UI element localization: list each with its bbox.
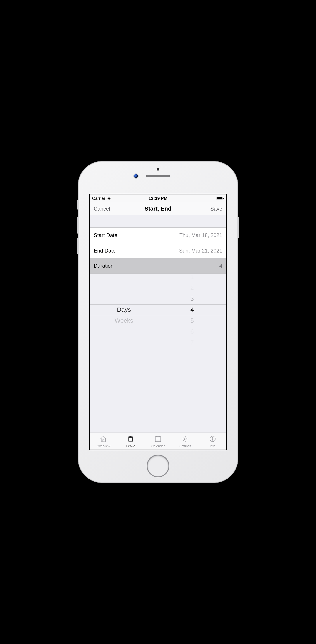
svg-rect-17 (156, 439, 157, 439)
date-list: Start Date Thu, Mar 18, 2021 End Date Su… (90, 228, 226, 258)
tab-info[interactable]: Info (199, 433, 226, 450)
picker-number-option[interactable]: 6 (158, 326, 226, 337)
front-camera (134, 174, 138, 178)
picker-number-option[interactable]: 4 (158, 304, 226, 315)
tab-label: Info (210, 444, 215, 448)
info-icon (208, 435, 217, 444)
svg-rect-3 (103, 440, 104, 442)
svg-point-27 (212, 437, 213, 438)
side-button (238, 217, 239, 238)
duration-label: Duration (94, 263, 114, 269)
page-title: Start, End (90, 205, 226, 212)
tab-leave[interactable]: Leave (117, 433, 144, 450)
side-button (77, 200, 78, 210)
tab-settings[interactable]: Settings (172, 433, 199, 450)
svg-rect-20 (159, 439, 160, 439)
svg-rect-23 (158, 440, 159, 440)
start-date-value: Thu, Mar 18, 2021 (180, 232, 222, 238)
svg-rect-19 (158, 439, 159, 439)
end-date-row[interactable]: End Date Sun, Mar 21, 2021 (94, 243, 226, 258)
nav-header: Cancel Start, End Save (90, 202, 226, 216)
picker-number-column[interactable]: 1234567 (158, 274, 226, 346)
picker-number-option[interactable]: 3 (158, 294, 226, 304)
svg-rect-24 (159, 440, 160, 440)
svg-rect-21 (156, 440, 157, 440)
duration-value: 4 (220, 263, 222, 269)
picker-number-option[interactable]: 1 (158, 274, 226, 282)
side-button (77, 238, 78, 254)
tab-overview[interactable]: Overview (90, 433, 117, 450)
device-frame: Carrier 12:39 PM Cancel Start, End Save … (78, 162, 238, 482)
status-bar: Carrier 12:39 PM (90, 194, 226, 202)
side-button (77, 217, 78, 234)
tab-bar: Overview Leave Calendar Settings (90, 432, 226, 450)
wifi-icon (107, 196, 112, 200)
picker-unit-column[interactable]: Days Weeks (90, 274, 158, 346)
tab-label: Leave (126, 444, 135, 448)
duration-row[interactable]: Duration 4 (90, 258, 226, 274)
picker-number-option[interactable]: 2 (158, 282, 226, 294)
svg-point-25 (184, 438, 186, 440)
start-date-row[interactable]: Start Date Thu, Mar 18, 2021 (90, 228, 226, 243)
picker-number-option[interactable]: 7 (158, 337, 226, 346)
earpiece-speaker (146, 175, 170, 177)
proximity-sensor (157, 168, 159, 170)
svg-rect-1 (217, 197, 222, 200)
tab-calendar[interactable]: Calendar (144, 433, 172, 450)
gear-icon (181, 435, 190, 444)
battery-icon (216, 196, 224, 200)
home-icon (99, 435, 108, 444)
svg-rect-18 (157, 439, 158, 439)
duration-picker[interactable]: Days Weeks 1234567 (90, 274, 226, 346)
home-button[interactable] (148, 456, 168, 476)
cancel-button[interactable]: Cancel (94, 206, 110, 212)
svg-rect-4 (128, 436, 133, 442)
carrier-label: Carrier (92, 196, 105, 201)
svg-rect-2 (223, 198, 224, 199)
picker-number-option[interactable]: 5 (158, 315, 226, 326)
notepad-icon (126, 435, 135, 444)
picker-unit-option[interactable]: Days (90, 304, 158, 315)
calendar-icon (154, 435, 162, 444)
duration-list: Duration 4 (90, 258, 226, 274)
picker-unit-option[interactable]: Weeks (90, 315, 158, 326)
start-date-label: Start Date (94, 232, 117, 238)
screen: Carrier 12:39 PM Cancel Start, End Save … (89, 194, 227, 450)
tab-label: Settings (180, 444, 191, 448)
save-button[interactable]: Save (210, 206, 222, 212)
end-date-value: Sun, Mar 21, 2021 (179, 248, 222, 254)
end-date-label: End Date (94, 248, 116, 254)
tab-label: Overview (96, 444, 110, 448)
section-header-spacer (90, 216, 226, 228)
svg-rect-22 (157, 440, 158, 440)
svg-rect-13 (156, 436, 161, 442)
tab-label: Calendar (152, 444, 165, 448)
